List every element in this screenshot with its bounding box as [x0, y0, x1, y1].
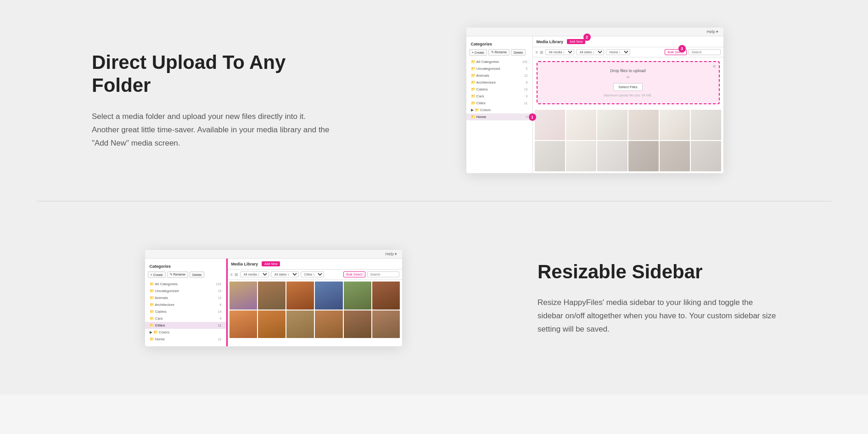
- close-icon[interactable]: ✕: [712, 64, 716, 69]
- all-media-select[interactable]: All media ↕: [545, 49, 574, 55]
- mock-top-bar: Help ▾: [466, 28, 723, 36]
- sidebar-item-all-categories[interactable]: 📁 All Categories 101: [466, 58, 532, 65]
- sidebar-item-count: 8: [220, 303, 222, 306]
- city-image-grid: [228, 280, 402, 340]
- bottom-description: Resize HappyFiles' media sidebar to your…: [538, 296, 776, 336]
- sidebar-item-label: 📁 Cars: [150, 316, 163, 321]
- all-dates-select-bottom[interactable]: All dates ↕: [271, 271, 299, 277]
- list-view-icon[interactable]: ≡: [536, 50, 538, 55]
- image-cell: [597, 110, 627, 140]
- city-image-cell: [372, 282, 400, 309]
- all-dates-select[interactable]: All dates ↕: [576, 49, 604, 55]
- sidebar-item-label: 📁 Architecture: [471, 80, 496, 85]
- sidebar-item-count: 12: [218, 338, 222, 341]
- search-input[interactable]: [689, 49, 721, 55]
- list-view-icon-bottom[interactable]: ≡: [230, 272, 233, 277]
- city-image-cell: [230, 310, 257, 338]
- mock-main-header-top: Media Library Add Now 2: [533, 36, 723, 47]
- sidebar-item-cabins-bottom[interactable]: 📁 Cabins 14: [145, 308, 226, 315]
- sidebar-actions-top: + Create ✎ Rename Delete: [466, 49, 532, 58]
- image-cell: [535, 141, 565, 171]
- image-cell: [628, 141, 659, 171]
- sidebar-item-label: 📁 Cabins: [471, 87, 488, 91]
- grid-view-icon[interactable]: ⊞: [540, 50, 543, 55]
- create-button-bottom[interactable]: + Create: [148, 271, 166, 278]
- mock-wp-bottom: Help ▾ Categories + Create ✎ Rename Dele…: [145, 250, 402, 346]
- city-image-cell: [230, 282, 257, 309]
- bottom-heading: Resizable Sidebar: [538, 260, 776, 283]
- sidebar-item-uncategorized[interactable]: 📁 Uncategorized 5: [466, 65, 532, 72]
- dropzone-or: or: [544, 75, 712, 79]
- top-section: Direct Upload To Any Folder Select a med…: [0, 0, 868, 201]
- mock-toolbar-bottom: ≡ ⊞ All media ↕ All dates ↕ Cities ↕: [228, 270, 402, 280]
- drop-zone[interactable]: ✕ Drop files to upload or Select Files M…: [537, 61, 720, 104]
- resize-handle[interactable]: [226, 259, 228, 346]
- bulk-select-button-bottom[interactable]: Bulk Select: [343, 271, 365, 277]
- mock-wp-body-bottom: Categories + Create ✎ Rename Delete 📁 Al…: [145, 259, 402, 346]
- select-files-button[interactable]: Select Files: [613, 83, 642, 91]
- city-image-cell: [344, 282, 371, 309]
- sidebar-item-count: 12: [218, 296, 222, 299]
- help-label-bottom: Help ▾: [385, 252, 397, 256]
- image-cell: [566, 110, 596, 140]
- sidebar-item-count: 8: [526, 81, 528, 84]
- sidebar-item-home-bottom[interactable]: 📁 Home 12: [145, 336, 226, 343]
- sidebar-item-label: 📁 Cabins: [150, 310, 167, 314]
- sidebar-item-cities[interactable]: 📁 Cities 11: [466, 100, 532, 107]
- sidebar-item-count: 9: [220, 317, 222, 320]
- search-input-bottom[interactable]: [367, 271, 399, 277]
- create-button[interactable]: + Create: [469, 49, 487, 56]
- bottom-section: Help ▾ Categories + Create ✎ Rename Dele…: [0, 202, 868, 395]
- rename-button[interactable]: ✎ Rename: [488, 49, 510, 56]
- image-cell: [628, 110, 659, 140]
- all-media-select-bottom[interactable]: All media ↕: [240, 271, 269, 277]
- sidebar-item-count: 11: [218, 324, 222, 327]
- sidebar-item-cars[interactable]: 📁 Cars 9: [466, 93, 532, 100]
- sidebar-item-uncategorized-bottom[interactable]: 📁 Uncategorized 15: [145, 287, 226, 294]
- dropzone-title: Drop files to upload: [544, 68, 712, 73]
- mock-toolbar-top: ≡ ⊞ All media ↕ All dates ↕ Home ↕: [533, 47, 723, 57]
- image-cell: [691, 141, 721, 171]
- delete-button-bottom[interactable]: Delete: [190, 271, 204, 278]
- top-description: Select a media folder and upload your ne…: [92, 110, 330, 150]
- sidebar-item-cars-bottom[interactable]: 📁 Cars 9: [145, 315, 226, 322]
- rename-button-bottom[interactable]: ✎ Rename: [167, 271, 188, 278]
- sidebar-item-label: ▶ 📁 Colors: [150, 330, 170, 334]
- home-select[interactable]: Home ↕: [606, 49, 630, 55]
- badge-2: 2: [583, 34, 591, 41]
- sidebar-item-label: 📁 Uncategorized: [471, 67, 500, 71]
- sidebar-item-animals[interactable]: 📁 Animals 12: [466, 72, 532, 79]
- image-cell: [535, 110, 565, 140]
- sidebar-item-animals-bottom[interactable]: 📁 Animals 12: [145, 294, 226, 301]
- city-image-cell: [286, 282, 314, 309]
- delete-button[interactable]: Delete: [511, 49, 526, 56]
- sidebar-item-colors-bottom[interactable]: ▶ 📁 Colors: [145, 329, 226, 336]
- sidebar-item-count: 15: [218, 289, 222, 293]
- image-cell: [660, 141, 690, 171]
- mock-main-bottom: Media Library Add New ≡ ⊞ All media ↕ Al…: [228, 259, 402, 346]
- sidebar-item-label: 📁 All Categories: [150, 282, 178, 286]
- sidebar-item-home[interactable]: 📁 Home 4 1: [466, 113, 532, 120]
- sidebar-item-colors[interactable]: ▶ 📁 Colors: [466, 107, 532, 113]
- sidebar-item-label: 📁 Animals: [150, 296, 168, 300]
- image-cell: [566, 141, 596, 171]
- sidebar-item-cities-bottom[interactable]: 📁 Cities 11: [145, 322, 226, 329]
- add-now-button[interactable]: Add Now: [567, 39, 585, 44]
- sidebar-item-all-categories-bottom[interactable]: 📁 All Categories 101: [145, 281, 226, 287]
- categories-title-bottom: Categories: [145, 262, 226, 271]
- sidebar-item-architecture[interactable]: 📁 Architecture 8: [466, 79, 532, 86]
- top-heading: Direct Upload To Any Folder: [92, 51, 330, 97]
- sidebar-item-architecture-bottom[interactable]: 📁 Architecture 8: [145, 301, 226, 308]
- mock-wp-body-top: Categories + Create ✎ Rename Delete 📁 Al…: [466, 36, 723, 173]
- badge-1: 1: [529, 113, 536, 121]
- page-wrapper: Direct Upload To Any Folder Select a med…: [0, 0, 868, 395]
- image-cell: [597, 141, 627, 171]
- grid-view-icon-bottom[interactable]: ⊞: [235, 272, 238, 277]
- city-image-cell: [344, 310, 371, 338]
- sidebar-item-label: 📁 Cars: [471, 94, 484, 98]
- sidebar-item-cabins[interactable]: 📁 Cabins 13: [466, 86, 532, 93]
- cities-select-bottom[interactable]: Cities ↕: [301, 271, 324, 277]
- mock-main-top: Media Library Add Now 2 ≡ ⊞ All media ↕: [533, 36, 723, 173]
- media-library-title-bottom: Media Library: [231, 262, 258, 266]
- add-new-button-bottom[interactable]: Add New: [262, 261, 280, 266]
